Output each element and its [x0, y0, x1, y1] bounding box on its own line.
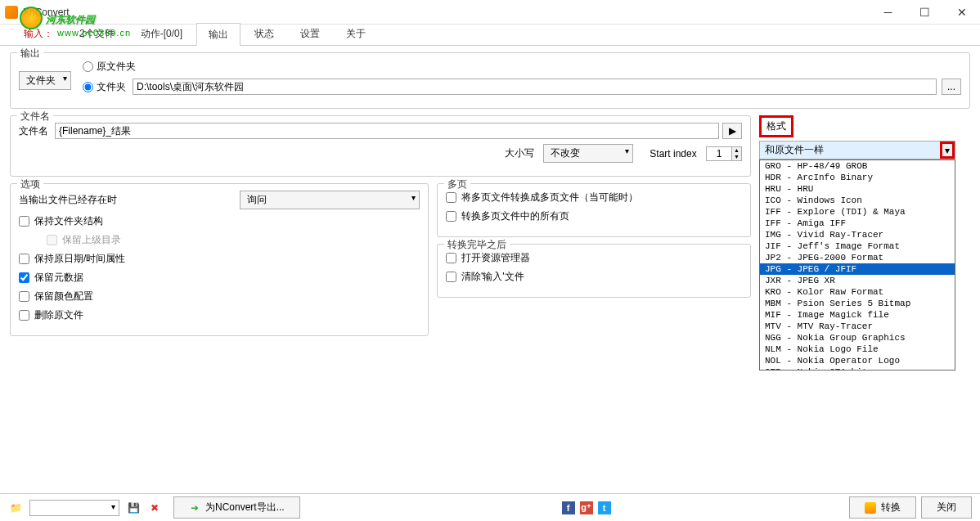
- filename-input[interactable]: [55, 123, 719, 139]
- twitter-icon[interactable]: t: [598, 501, 611, 514]
- format-option[interactable]: IFF - Explore (TDI) & Maya: [760, 206, 955, 218]
- delete-icon[interactable]: ✖: [147, 501, 162, 515]
- window-title: XnConvert: [23, 7, 70, 18]
- keep-meta-checkbox[interactable]: [19, 272, 29, 283]
- format-option[interactable]: NOL - Nokia Operator Logo: [760, 355, 955, 366]
- format-option[interactable]: HDR - ArcInfo Binary: [760, 172, 955, 183]
- filename-label: 文件名: [19, 124, 48, 138]
- options-group-title: 选项: [17, 177, 43, 191]
- export-nconvert-button[interactable]: ➜ 为NConvert导出...: [173, 496, 300, 519]
- format-option[interactable]: MTV - MTV Ray-Tracer: [760, 321, 955, 332]
- options-group: 选项 当输出文件已经存在时 询问 保持文件夹结构 保留上级目录 保持原日期/时间…: [10, 183, 429, 336]
- format-option[interactable]: JIF - Jeff's Image Format: [760, 240, 955, 252]
- minimize-button[interactable]: ─: [870, 0, 906, 25]
- format-option[interactable]: NGG - Nokia Group Graphics: [760, 332, 955, 344]
- dest-type-dropdown[interactable]: 文件夹: [19, 71, 71, 90]
- tab-settings[interactable]: 设置: [288, 22, 332, 45]
- main-tabs: 输入： 2个文件 动作-[0/0] 输出 状态 设置 关于: [0, 25, 980, 46]
- exists-label: 当输出文件已经存在时: [19, 193, 240, 207]
- format-label-box: 格式: [759, 115, 793, 137]
- filename-play-button[interactable]: ▶: [722, 123, 742, 139]
- format-option[interactable]: JPG - JPEG / JFIF: [760, 263, 955, 275]
- format-option[interactable]: ICO - Windows Icon: [760, 195, 955, 206]
- after-group-title: 转换完毕之后: [444, 238, 510, 252]
- format-option[interactable]: NLM - Nokia Logo File: [760, 344, 955, 355]
- case-dropdown[interactable]: 不改变: [543, 144, 633, 163]
- convert-multi-checkbox[interactable]: [446, 192, 456, 203]
- convert-all-checkbox[interactable]: [446, 211, 456, 222]
- window-controls: ─ ☐ ✕: [870, 0, 980, 25]
- start-index-label: Start index: [650, 148, 696, 159]
- format-dropdown-wrap: 和原文件一样 ▾ GRO - HP-48/49 GROBHDR - ArcInf…: [759, 141, 970, 159]
- multipage-group-title: 多页: [444, 177, 470, 191]
- app-icon: [5, 6, 18, 19]
- browse-button[interactable]: ...: [942, 79, 961, 95]
- keep-parent-checkbox: [47, 235, 57, 245]
- preset-dropdown[interactable]: [29, 500, 119, 516]
- output-group-title: 输出: [17, 47, 43, 61]
- close-app-button[interactable]: 关闭: [921, 496, 972, 519]
- radio-original-folder[interactable]: [83, 61, 93, 72]
- tab-about[interactable]: 关于: [334, 22, 378, 45]
- keep-folder-checkbox[interactable]: [19, 216, 29, 227]
- convert-button[interactable]: 转换: [849, 496, 916, 519]
- export-icon: ➜: [189, 502, 200, 514]
- format-option[interactable]: HRU - HRU: [760, 183, 955, 195]
- googleplus-icon[interactable]: g⁺: [580, 501, 593, 514]
- save-icon[interactable]: 💾: [126, 501, 141, 515]
- tab-input[interactable]: 输入：: [11, 22, 65, 45]
- keep-datetime-checkbox[interactable]: [19, 254, 29, 264]
- format-option[interactable]: MBM - Psion Series 5 Bitmap: [760, 298, 955, 309]
- format-dropdown-list[interactable]: GRO - HP-48/49 GROBHDR - ArcInfo BinaryH…: [759, 159, 955, 371]
- clear-input-checkbox[interactable]: [446, 272, 456, 282]
- case-label: 大小写: [505, 147, 534, 159]
- after-group: 转换完毕之后 打开资源管理器 清除'输入'文件: [437, 244, 751, 298]
- keep-color-checkbox[interactable]: [19, 291, 29, 302]
- format-option[interactable]: GRO - HP-48/49 GROB: [760, 160, 955, 172]
- bottom-bar: 📁 💾 ✖ ➜ 为NConvert导出... f g⁺ t 转换 关闭: [0, 493, 980, 521]
- format-option[interactable]: KRO - Kolor Raw Format: [760, 286, 955, 298]
- format-option[interactable]: OTB - Nokia OTA bitmap: [760, 366, 955, 371]
- radio-custom-folder[interactable]: [83, 82, 93, 92]
- tab-output[interactable]: 输出: [196, 23, 241, 46]
- radio-original-folder-label: 原文件夹: [97, 60, 136, 74]
- format-option[interactable]: MIF - Image Magick file: [760, 309, 955, 321]
- format-dropdown[interactable]: 和原文件一样 ▾: [759, 141, 955, 159]
- dropdown-arrow-icon[interactable]: ▾: [940, 141, 955, 159]
- maximize-button[interactable]: ☐: [906, 0, 943, 25]
- titlebar: XnConvert ─ ☐ ✕: [0, 0, 980, 25]
- delete-orig-checkbox[interactable]: [19, 310, 29, 321]
- tab-status[interactable]: 状态: [242, 22, 286, 45]
- tab-files[interactable]: 2个文件: [67, 22, 127, 45]
- filename-group: 文件名 文件名 ▶ 大小写 不改变 Start index ▲▼: [10, 115, 751, 177]
- close-button[interactable]: ✕: [943, 0, 980, 25]
- format-option[interactable]: JXR - JPEG XR: [760, 275, 955, 286]
- format-option[interactable]: IFF - Amiga IFF: [760, 218, 955, 229]
- open-explorer-checkbox[interactable]: [446, 253, 456, 263]
- filename-group-title: 文件名: [17, 110, 53, 124]
- convert-icon: [865, 502, 876, 514]
- social-icons: f g⁺ t: [562, 501, 611, 514]
- format-option[interactable]: JP2 - JPEG-2000 Format: [760, 252, 955, 263]
- tab-actions[interactable]: 动作-[0/0]: [128, 22, 195, 45]
- format-option[interactable]: IMG - Vivid Ray-Tracer: [760, 229, 955, 240]
- facebook-icon[interactable]: f: [562, 501, 575, 514]
- output-group: 输出 文件夹 原文件夹 文件夹 ...: [10, 52, 970, 109]
- start-index-spinner[interactable]: ▲▼: [706, 146, 742, 161]
- radio-custom-folder-label: 文件夹: [97, 80, 126, 94]
- multipage-group: 多页 将多页文件转换成多页文件（当可能时） 转换多页文件中的所有页: [437, 183, 751, 237]
- exists-dropdown[interactable]: 询问: [240, 191, 420, 209]
- output-path-input[interactable]: [133, 79, 937, 95]
- folder-open-icon[interactable]: 📁: [8, 501, 23, 515]
